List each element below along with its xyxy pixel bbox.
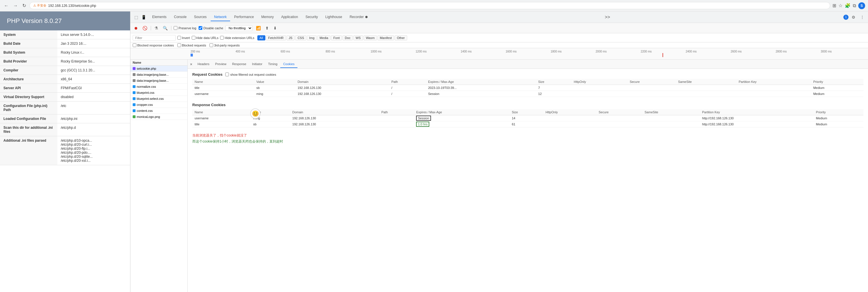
detail-tab-cookies[interactable]: Cookies bbox=[280, 60, 298, 68]
disable-cache-input[interactable] bbox=[198, 26, 202, 30]
devtools-device-button[interactable]: 📱 bbox=[140, 14, 147, 21]
cookie-cell bbox=[596, 121, 642, 127]
third-party-checkbox[interactable]: 3rd-party requests bbox=[210, 43, 240, 47]
file-name: blueprint.css bbox=[137, 91, 154, 94]
record-button[interactable]: ⏺ bbox=[133, 25, 139, 31]
devtools-menu-button[interactable]: ⋮ bbox=[859, 14, 866, 21]
filter-wasm[interactable]: Wasm bbox=[364, 35, 377, 40]
reload-button[interactable]: ↻ bbox=[21, 2, 27, 9]
file-item[interactable]: monicaLogo.png bbox=[130, 114, 187, 120]
devtools-more-button[interactable]: >> bbox=[604, 14, 610, 20]
filter-font[interactable]: Font bbox=[331, 35, 342, 40]
preserve-log-checkbox[interactable]: Preserve log bbox=[174, 26, 196, 30]
tab-console[interactable]: Console bbox=[170, 13, 190, 21]
search-button[interactable]: 🔍 bbox=[162, 25, 169, 31]
file-name: cropper.css bbox=[137, 103, 153, 107]
clear-button[interactable]: 🚫 bbox=[141, 25, 149, 31]
file-item[interactable]: normalize.css bbox=[130, 84, 187, 90]
php-label: Build System bbox=[0, 48, 57, 57]
throttle-select[interactable]: No throttling bbox=[225, 25, 252, 31]
filter-js[interactable]: JS bbox=[286, 35, 295, 40]
back-button[interactable]: ← bbox=[3, 3, 10, 9]
upload-button[interactable]: ⬆ bbox=[264, 25, 270, 31]
blocked-cookies-checkbox[interactable]: Blocked response cookies bbox=[133, 43, 174, 47]
blocked-requests-input[interactable] bbox=[177, 43, 181, 47]
preserve-log-input[interactable] bbox=[174, 26, 177, 30]
file-item[interactable]: content.css bbox=[130, 108, 187, 114]
disable-cache-checkbox[interactable]: Disable cache bbox=[198, 26, 223, 30]
filter-other[interactable]: Other bbox=[395, 35, 407, 40]
filter-all[interactable]: All bbox=[257, 35, 266, 40]
blocked-requests-checkbox[interactable]: Blocked requests bbox=[177, 43, 206, 47]
invert-input[interactable] bbox=[177, 36, 181, 39]
filter-fetch-xhr[interactable]: Fetch/XHR bbox=[266, 35, 286, 40]
cookie-cell: sb bbox=[254, 85, 296, 91]
invert-checkbox[interactable]: Invert bbox=[177, 36, 190, 39]
request-cookies-table: NameValueDomainPathExpires / Max-AgeSize… bbox=[192, 79, 863, 97]
extensions-button[interactable]: ⊞ bbox=[833, 3, 836, 8]
detail-tab-timing[interactable]: Timing bbox=[266, 60, 281, 68]
filter-doc[interactable]: Doc bbox=[342, 35, 353, 40]
file-name: setcookie.php bbox=[137, 67, 156, 70]
php-table-row: Architecturex86_64 bbox=[0, 75, 130, 84]
show-filtered-checkbox[interactable]: show filtered out request cookies bbox=[225, 72, 276, 76]
detail-tab-preview[interactable]: Preview bbox=[212, 60, 229, 68]
tab-sources[interactable]: Sources bbox=[191, 13, 210, 21]
php-table-row: Configuration File (php.ini) Path/etc bbox=[0, 101, 130, 114]
hide-data-input[interactable] bbox=[192, 36, 195, 39]
blocked-cookies-input[interactable] bbox=[133, 43, 136, 47]
file-item[interactable]: cropper.css bbox=[130, 102, 187, 108]
tab-lighthouse[interactable]: Lighthouse bbox=[322, 13, 346, 21]
filter-manifest[interactable]: Manifest bbox=[377, 35, 394, 40]
filter-media[interactable]: Media bbox=[317, 35, 331, 40]
php-page: PHP Version 8.0.27 SystemLinux server 5.… bbox=[0, 11, 130, 292]
hide-ext-input[interactable] bbox=[220, 36, 224, 39]
devtools-inspect-button[interactable]: ⬚ bbox=[133, 14, 140, 21]
avatar[interactable]: S bbox=[858, 2, 865, 9]
window-button[interactable]: ⧉ bbox=[853, 3, 856, 8]
file-list: Name setcookie.phpdata:image/png;base...… bbox=[130, 60, 188, 292]
third-party-input[interactable] bbox=[210, 43, 213, 47]
filter-button[interactable]: ⚗ bbox=[153, 25, 159, 31]
bookmark-button[interactable]: ☆ bbox=[838, 3, 842, 8]
php-value: Linux server 5.14.0-... bbox=[57, 30, 130, 39]
hide-ext-checkbox[interactable]: Hide extension URLs bbox=[220, 36, 254, 39]
php-table-row: SystemLinux server 5.14.0-... bbox=[0, 30, 130, 39]
hide-data-checkbox[interactable]: Hide data URLs bbox=[192, 36, 219, 39]
tab-security[interactable]: Security bbox=[302, 13, 321, 21]
tab-performance[interactable]: Performance bbox=[231, 13, 257, 21]
filter-css[interactable]: CSS bbox=[295, 35, 306, 40]
response-cookies-title: Response Cookies bbox=[192, 103, 863, 107]
filter-ws[interactable]: WS bbox=[353, 35, 363, 40]
filter-img[interactable]: Img bbox=[307, 35, 317, 40]
file-item[interactable]: blueprint-select.css bbox=[130, 96, 187, 102]
file-item[interactable]: data:image/png;base... bbox=[130, 78, 187, 84]
devtools-settings-button[interactable]: ⚙ bbox=[850, 14, 857, 21]
detail-tab-headers[interactable]: Headers bbox=[194, 60, 212, 68]
cookie-cell bbox=[379, 115, 414, 121]
forward-button[interactable]: → bbox=[12, 3, 19, 9]
detail-tab-response[interactable]: Response bbox=[229, 60, 249, 68]
online-icon-button[interactable]: 📶 bbox=[255, 25, 262, 31]
filter-input[interactable] bbox=[133, 35, 176, 41]
file-name: data:image/png;base... bbox=[137, 73, 169, 76]
file-item[interactable]: blueprint.css bbox=[130, 90, 187, 96]
tab-elements[interactable]: Elements bbox=[149, 13, 170, 21]
download-button[interactable]: ⬇ bbox=[272, 25, 278, 31]
php-version-title: PHP Version 8.0.27 bbox=[7, 17, 123, 25]
tab-recorder[interactable]: Recorder ⏺ bbox=[346, 13, 372, 21]
tab-application[interactable]: Application bbox=[278, 13, 302, 21]
cookie-column-header: SameSite bbox=[676, 79, 736, 85]
detail-close-button[interactable]: × bbox=[190, 62, 192, 66]
file-item[interactable]: setcookie.php bbox=[130, 66, 187, 72]
show-filtered-input[interactable] bbox=[225, 72, 229, 76]
php-label: Architecture bbox=[0, 75, 57, 84]
puzzle-button[interactable]: 🧩 bbox=[845, 3, 850, 8]
detail-tab-initiator[interactable]: Initiator bbox=[249, 60, 265, 68]
devtools-panel: ⬚ 📱 Elements Console Sources Network Per… bbox=[130, 11, 868, 292]
file-item[interactable]: data:image/png;base... bbox=[130, 72, 187, 78]
main-layout: PHP Version 8.0.27 SystemLinux server 5.… bbox=[0, 11, 868, 292]
php-value: FPM/FastCGI bbox=[57, 84, 130, 93]
tab-memory[interactable]: Memory bbox=[258, 13, 277, 21]
tab-network[interactable]: Network bbox=[211, 13, 230, 21]
